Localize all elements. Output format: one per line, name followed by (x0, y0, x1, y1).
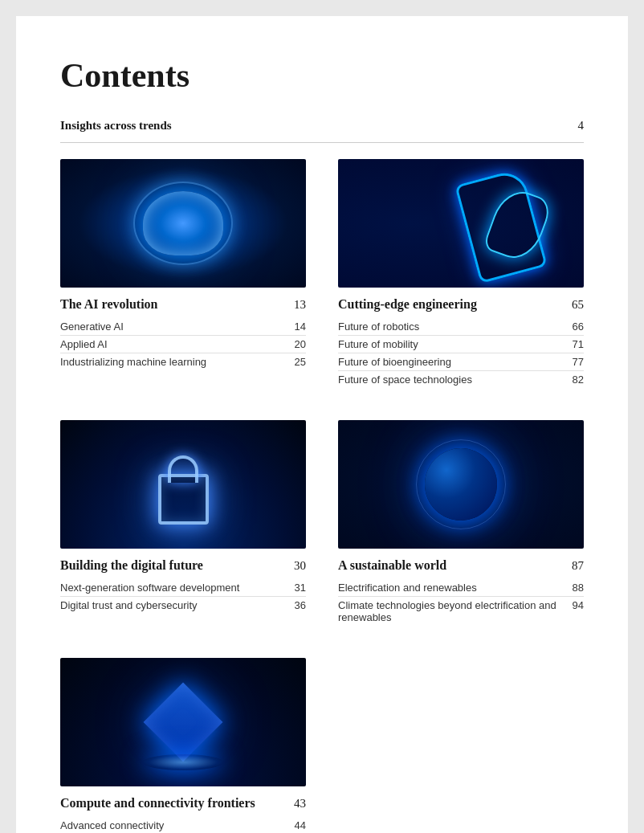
list-item: Digital trust and cybersecurity 36 (60, 597, 306, 614)
section-items-ai: Generative AI 14 Applied AI 20 Industria… (60, 318, 306, 370)
section-heading-sustainable: A sustainable world (338, 558, 446, 573)
section-image-lock (60, 420, 306, 549)
section-items-engineering: Future of robotics 66 Future of mobility… (338, 318, 584, 388)
list-item: Climate technologies beyond electrificat… (338, 597, 584, 626)
section-image-robot (338, 159, 584, 288)
insights-page: 4 (578, 119, 585, 133)
section-ai-revolution: The AI revolution 13 Generative AI 14 Ap… (60, 159, 306, 388)
list-item: Applied AI 20 (60, 336, 306, 353)
list-item: Future of bioengineering 77 (338, 353, 584, 371)
section-items-sustainable: Electrification and renewables 88 Climat… (338, 579, 584, 626)
row-3: Compute and connectivity frontiers 43 Ad… (60, 658, 584, 833)
list-item: Generative AI 14 (60, 318, 306, 336)
section-heading-row-engineering: Cutting-edge engineering 65 (338, 297, 584, 312)
section-heading-digital: Building the digital future (60, 558, 203, 573)
section-heading-row-ai: The AI revolution 13 (60, 297, 306, 312)
list-item: Advanced connectivity 44 (60, 817, 306, 833)
section-image-cube (60, 658, 306, 786)
section-page-ai: 13 (286, 298, 306, 312)
insights-label: Insights across trends (60, 119, 172, 133)
row-1: The AI revolution 13 Generative AI 14 Ap… (60, 159, 584, 420)
section-heading-ai: The AI revolution (60, 297, 158, 312)
section-heading-row-sustainable: A sustainable world 87 (338, 558, 584, 573)
section-compute: Compute and connectivity frontiers 43 Ad… (60, 658, 306, 833)
section-cutting-edge: Cutting-edge engineering 65 Future of ro… (338, 159, 584, 388)
section-page-digital: 30 (286, 559, 306, 573)
list-item: Future of space technologies 82 (338, 371, 584, 388)
list-item: Future of robotics 66 (338, 318, 584, 336)
empty-col (338, 658, 584, 833)
section-items-digital: Next-generation software development 31 … (60, 579, 306, 614)
row-2: Building the digital future 30 Next-gene… (60, 420, 584, 658)
section-heading-row-compute: Compute and connectivity frontiers 43 (60, 796, 306, 811)
section-image-globe (338, 420, 584, 549)
section-heading-engineering: Cutting-edge engineering (338, 297, 477, 312)
list-item: Electrification and renewables 88 (338, 579, 584, 597)
list-item: Next-generation software development 31 (60, 579, 306, 597)
insights-row: Insights across trends 4 (60, 119, 584, 143)
section-page-engineering: 65 (564, 298, 584, 312)
section-heading-row-digital: Building the digital future 30 (60, 558, 306, 573)
section-image-ai (60, 159, 306, 288)
list-item: Industrializing machine learning 25 (60, 353, 306, 370)
section-page-compute: 43 (286, 797, 306, 811)
section-digital-future: Building the digital future 30 Next-gene… (60, 420, 306, 626)
section-heading-compute: Compute and connectivity frontiers (60, 796, 255, 811)
section-items-compute: Advanced connectivity 44 Immersive-reali… (60, 817, 306, 833)
page: Contents Insights across trends 4 The AI… (16, 16, 628, 833)
section-sustainable-world: A sustainable world 87 Electrification a… (338, 420, 584, 626)
page-title: Contents (60, 56, 584, 95)
section-page-sustainable: 87 (564, 559, 584, 573)
list-item: Future of mobility 71 (338, 336, 584, 353)
content-layout: The AI revolution 13 Generative AI 14 Ap… (60, 159, 584, 833)
